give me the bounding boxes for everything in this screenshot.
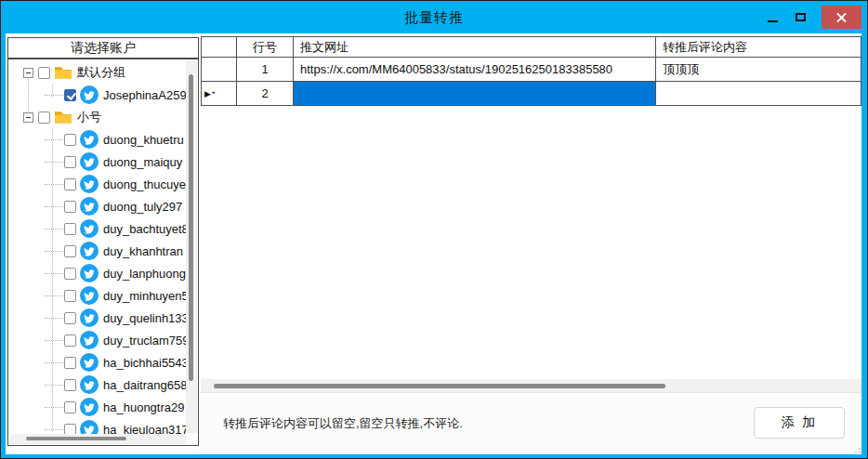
account-label: duong_maiquy (103, 155, 182, 169)
column-header-line-no[interactable]: 行号 (237, 36, 294, 58)
account-tree-panel: 默认分组 JosephinaA259 小号 duong_khuetru duon… (7, 59, 199, 446)
line-no-cell[interactable]: 2 (237, 82, 294, 106)
grid-header-row: 行号 推文网址 转推后评论内容 (201, 36, 861, 58)
footer-panel: 转推后评论内容可以留空,留空只转推,不评论. 添 加 (201, 392, 861, 454)
tree-group-row[interactable]: 小号 (9, 106, 199, 128)
window-content: 请选择账户 默认分组 JosephinaA259 小号 (6, 33, 861, 454)
account-checkbox[interactable] (64, 201, 76, 213)
group-label: 小号 (77, 109, 101, 125)
account-checkbox[interactable] (64, 290, 76, 302)
column-header-tweet-url[interactable]: 推文网址 (294, 36, 656, 58)
tree-account-row[interactable]: duong_maiquy (9, 151, 199, 173)
maximize-icon (796, 13, 806, 21)
line-no-cell[interactable]: 1 (237, 58, 294, 82)
account-label: duong_thucuye (103, 177, 186, 191)
tree-account-row[interactable]: ha_daitrang658 (9, 374, 199, 396)
twitter-icon (80, 130, 99, 149)
tree-account-row[interactable]: JosephinaA259 (9, 84, 199, 106)
column-header-row-selector[interactable] (201, 36, 237, 58)
tree-account-row[interactable]: duong_tuly297 (9, 195, 199, 217)
tree-account-row[interactable]: duy_minhuyen5 (9, 284, 199, 307)
folder-icon (54, 108, 72, 126)
titlebar[interactable]: 批量转推 (1, 1, 867, 33)
collapse-expander-icon[interactable] (23, 68, 33, 78)
tree-account-row[interactable]: duy_bachtuyet8 (9, 217, 199, 240)
group-checkbox[interactable] (38, 67, 50, 79)
collapse-expander-icon[interactable] (23, 112, 33, 123)
account-checkbox[interactable] (64, 156, 76, 168)
account-label: duy_lanphuong (103, 267, 186, 281)
resize-grip-icon[interactable] (851, 444, 861, 453)
tree-horizontal-scrollbar-thumb[interactable] (26, 437, 126, 440)
twitter-icon (80, 264, 99, 282)
minimize-icon (768, 20, 778, 22)
account-checkbox[interactable] (64, 134, 76, 146)
tweet-url-cell[interactable]: https://x.com/MM64005833/status/19025162… (294, 58, 656, 82)
grid-row: 1 https://x.com/MM64005833/status/190251… (201, 58, 861, 82)
account-checkbox[interactable] (64, 401, 76, 413)
folder-icon (54, 63, 72, 82)
account-checkbox[interactable] (64, 268, 76, 280)
tree-account-row[interactable]: duy_quelinh133 (9, 307, 199, 329)
twitter-icon (80, 152, 99, 171)
tree-vertical-scrollbar[interactable] (186, 60, 197, 433)
close-button[interactable] (822, 6, 861, 29)
twitter-icon (80, 219, 99, 238)
account-panel-header: 请选择账户 (7, 37, 199, 59)
tree-account-row[interactable]: duy_lanphuong (9, 262, 199, 284)
row-selector-cell[interactable]: ▶* (201, 82, 237, 106)
account-label: ha_huongtra29 (103, 400, 184, 414)
tree-account-row[interactable]: ha_huongtra29 (9, 396, 199, 418)
tree-account-row[interactable]: duong_khuetru (9, 128, 199, 151)
tweet-url-cell[interactable] (294, 82, 656, 106)
account-checkbox[interactable] (64, 334, 76, 347)
column-header-comment[interactable]: 转推后评论内容 (656, 36, 861, 58)
minimize-button[interactable] (758, 6, 786, 29)
account-label: duong_khuetru (103, 133, 184, 147)
twitter-icon (80, 353, 99, 372)
account-checkbox[interactable] (64, 379, 76, 391)
account-checkbox[interactable] (64, 357, 76, 369)
account-label: ha_bichhai5543 (103, 356, 189, 370)
tree-group-row[interactable]: 默认分组 (9, 61, 199, 84)
account-checkbox[interactable] (64, 178, 76, 190)
tweet-grid: 行号 推文网址 转推后评论内容 1 https://x.com/MM640058… (201, 36, 861, 106)
tree-vertical-scrollbar-thumb[interactable] (189, 74, 193, 381)
twitter-icon (80, 85, 99, 104)
window-title: 批量转推 (1, 1, 867, 33)
account-label: duy_bachtuyet8 (103, 222, 189, 236)
tree-account-row[interactable]: duy_truclam759 (9, 329, 199, 351)
account-label: duong_tuly297 (103, 200, 182, 214)
tree-horizontal-scrollbar[interactable] (9, 434, 186, 444)
twitter-icon (80, 242, 99, 260)
add-button[interactable]: 添 加 (754, 407, 845, 439)
tree-account-row[interactable]: duy_khanhtran (9, 240, 199, 262)
window-controls (758, 6, 861, 29)
twitter-icon (80, 286, 99, 305)
account-checkbox[interactable] (64, 223, 76, 235)
twitter-icon (80, 398, 99, 416)
account-label: duy_truclam759 (103, 334, 190, 348)
group-checkbox[interactable] (38, 111, 50, 124)
account-label: duy_quelinh133 (103, 311, 189, 325)
comment-cell[interactable] (656, 82, 861, 106)
grid-horizontal-scrollbar[interactable] (201, 379, 861, 392)
comment-cell[interactable]: 顶顶顶 (656, 58, 861, 82)
account-checkbox[interactable] (64, 312, 76, 324)
grid-horizontal-scrollbar-thumb[interactable] (214, 384, 665, 388)
tree-account-row[interactable]: ha_bichhai5543 (9, 351, 199, 374)
twitter-icon (80, 331, 99, 349)
account-label: duy_minhuyen5 (103, 289, 189, 303)
account-tree: 默认分组 JosephinaA259 小号 duong_khuetru duon… (9, 61, 197, 444)
account-label: JosephinaA259 (103, 88, 187, 102)
account-checkbox[interactable] (64, 245, 76, 257)
account-checkbox[interactable] (64, 89, 76, 101)
tree-account-row[interactable]: duong_thucuye (9, 173, 199, 195)
account-label: ha_daitrang658 (103, 378, 187, 392)
row-selector-cell[interactable] (201, 58, 237, 82)
twitter-icon (80, 197, 99, 216)
account-label: duy_khanhtran (103, 244, 183, 258)
grid-rows: 1 https://x.com/MM64005833/status/190251… (201, 58, 861, 106)
maximize-button[interactable] (786, 6, 814, 29)
twitter-icon (80, 175, 99, 193)
